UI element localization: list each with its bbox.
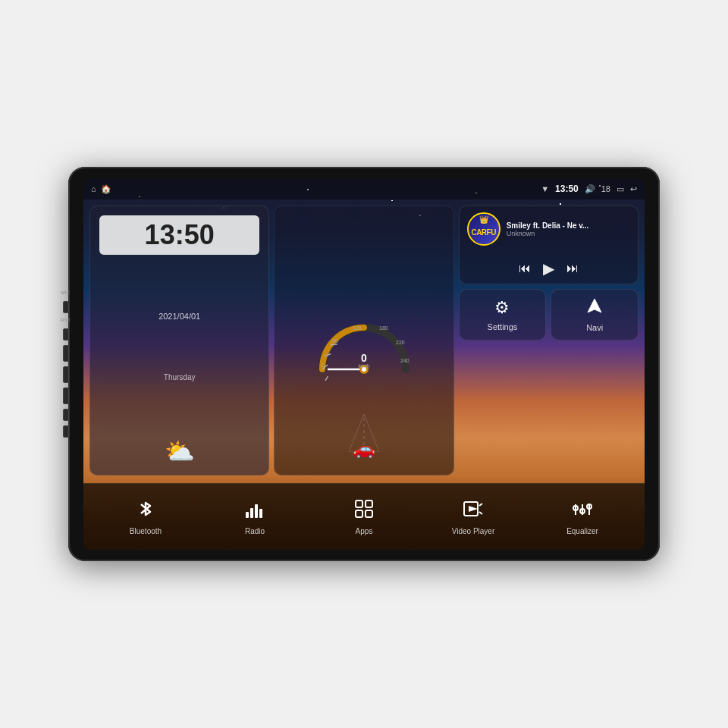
music-artist: Unknown <box>507 230 630 237</box>
power-button[interactable] <box>63 345 69 362</box>
svg-text:0: 0 <box>361 352 367 364</box>
svg-text:120: 120 <box>353 325 362 331</box>
speedometer-widget: 0 60 120 180 220 240 0 <box>274 206 453 475</box>
svg-text:220: 220 <box>396 340 405 345</box>
music-logo: 👑 CARFU <box>467 212 500 246</box>
status-right-area: ▼ 13:50 🔊 18 ▭ ↩ <box>541 184 637 194</box>
equalizer-icon <box>572 498 593 523</box>
vol-up-button[interactable] <box>63 409 69 421</box>
bluetooth-label: Bluetooth <box>130 527 162 535</box>
home-side-button[interactable] <box>63 366 69 383</box>
music-widget[interactable]: 👑 CARFU Smiley ft. Delia - Ne v... Unkno… <box>459 206 639 284</box>
vol-down-button[interactable] <box>63 425 69 438</box>
svg-text:km/h: km/h <box>358 363 369 369</box>
apps-dock-item[interactable]: Apps <box>309 492 419 541</box>
svg-line-33 <box>479 512 482 514</box>
status-left-icons: ⌂ 🏠 <box>91 184 111 194</box>
bluetooth-dock-item[interactable]: Bluetooth <box>91 492 200 541</box>
apps-icon <box>353 498 375 523</box>
svg-marker-21 <box>588 299 601 312</box>
svg-text:60: 60 <box>332 338 338 344</box>
video-player-label: Video Player <box>452 527 495 535</box>
clock-widget: 13:50 2021/04/01 Thursday ⛅ <box>89 206 269 475</box>
music-title: Smiley ft. Delia - Ne v... <box>507 221 630 230</box>
back-side-button[interactable] <box>63 388 69 404</box>
video-icon <box>463 498 484 523</box>
navi-button[interactable]: Navi <box>551 289 639 340</box>
svg-text:180: 180 <box>379 325 388 331</box>
equalizer-label: Equalizer <box>566 527 598 535</box>
radio-dock-item[interactable]: Radio <box>200 492 309 541</box>
weather-icon: ⛅ <box>99 437 259 466</box>
svg-rect-29 <box>366 510 372 517</box>
volume-icon: 🔊 <box>585 184 595 194</box>
svg-line-32 <box>479 504 482 506</box>
right-column: 👑 CARFU Smiley ft. Delia - Ne v... Unkno… <box>459 206 639 475</box>
music-controls: ⏮ ▶ ⏭ <box>460 256 638 284</box>
status-time: 13:50 <box>555 184 579 194</box>
crown-icon: 👑 <box>479 215 488 224</box>
prev-button[interactable]: ⏮ <box>519 262 531 275</box>
car-icon: 🚗 <box>353 438 375 460</box>
side-button-panel: MIC RST <box>61 290 71 438</box>
settings-label: Settings <box>488 322 518 331</box>
navi-label: Navi <box>586 323 603 332</box>
radio-label: Radio <box>245 527 265 535</box>
clock-colon: : <box>175 219 184 250</box>
svg-text:0: 0 <box>322 362 325 368</box>
screen: ⌂ 🏠 ▼ 13:50 🔊 18 ▭ ↩ 1 <box>83 178 645 550</box>
mic-label: MIC <box>61 290 71 295</box>
mic-button[interactable] <box>63 301 69 313</box>
clock-hour: 13 <box>145 219 175 250</box>
music-info: Smiley ft. Delia - Ne v... Unknown <box>507 221 630 237</box>
status-bar: ⌂ 🏠 ▼ 13:50 🔊 18 ▭ ↩ <box>83 178 645 199</box>
volume-level: 18 <box>601 184 610 193</box>
bottom-dock: Bluetooth Radio <box>83 483 645 550</box>
svg-rect-28 <box>356 510 362 517</box>
next-button[interactable]: ⏭ <box>566 262 579 275</box>
car-head-unit: MIC RST ⌂ 🏠 ▼ 13:50 🔊 18 ▭ <box>68 167 660 561</box>
svg-rect-27 <box>366 500 372 507</box>
rst-button[interactable] <box>63 328 69 340</box>
apps-label: Apps <box>356 527 373 535</box>
settings-button[interactable]: ⚙ Settings <box>459 289 547 340</box>
svg-text:240: 240 <box>400 358 410 363</box>
clock-day: Thursday <box>99 373 259 381</box>
clock-minute: 50 <box>184 219 215 250</box>
clock-time: 13:50 <box>107 221 252 249</box>
bluetooth-icon <box>135 498 156 523</box>
music-logo-text: CARFU <box>471 228 496 237</box>
house-icon[interactable]: 🏠 <box>101 184 111 194</box>
wifi-icon: ▼ <box>541 184 549 193</box>
settings-icon: ⚙ <box>494 298 510 318</box>
svg-rect-24 <box>255 504 258 518</box>
svg-marker-31 <box>469 506 478 512</box>
clock-date: 2021/04/01 <box>99 312 259 321</box>
video-player-dock-item[interactable]: Video Player <box>419 492 528 541</box>
main-content: 13:50 2021/04/01 Thursday ⛅ <box>83 199 645 482</box>
battery-icon: ▭ <box>617 184 624 194</box>
svg-line-4 <box>323 376 330 381</box>
screen-bezel: ⌂ 🏠 ▼ 13:50 🔊 18 ▭ ↩ 1 <box>83 178 645 550</box>
svg-rect-25 <box>259 509 262 518</box>
speed-container: 0 60 120 180 220 240 0 <box>311 305 417 384</box>
svg-rect-23 <box>250 508 253 518</box>
home-icon[interactable]: ⌂ <box>91 184 96 193</box>
rst-label: RST <box>61 318 71 322</box>
navi-icon <box>586 297 603 318</box>
play-button[interactable]: ▶ <box>543 259 554 278</box>
clock-display: 13:50 <box>99 215 259 255</box>
svg-rect-22 <box>246 512 249 518</box>
settings-navi-grid: ⚙ Settings Navi <box>459 289 639 340</box>
speedometer-svg: 0 60 120 180 220 240 0 <box>311 305 417 381</box>
equalizer-dock-item[interactable]: Equalizer <box>528 492 637 541</box>
radio-icon <box>244 498 265 523</box>
music-top: 👑 CARFU Smiley ft. Delia - Ne v... Unkno… <box>460 206 638 252</box>
back-icon[interactable]: ↩ <box>630 184 637 194</box>
svg-rect-26 <box>356 500 362 507</box>
